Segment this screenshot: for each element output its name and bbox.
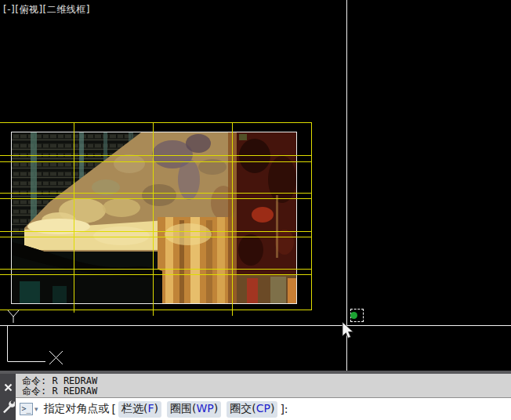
- command-input-row[interactable]: >_ ▾ 指定对角点或 [ 栏选(F)圈围(WP)圈交(CP) ]:: [16, 397, 511, 420]
- wrench-icon[interactable]: [1, 396, 15, 414]
- viewport-view-control[interactable]: [俯视]: [15, 4, 42, 15]
- command-line-dock: 命令: R REDRAW命令: R REDRAW >_ ▾ 指定对角点或 [ 栏…: [0, 371, 511, 420]
- crosshair-horizontal-line: [0, 325, 511, 326]
- command-history-line: 命令: R REDRAW: [22, 386, 511, 396]
- attached-raster-image[interactable]: [11, 132, 297, 304]
- options-bracket-close: ]:: [280, 403, 288, 415]
- command-option-cp[interactable]: 圈交(CP): [227, 401, 277, 418]
- crosshair-vertical-line: [346, 0, 347, 371]
- autocad-window: [-][俯视][二维线框]: [0, 0, 511, 420]
- grid-line-vertical[interactable]: [232, 122, 233, 316]
- grid-line-horizontal[interactable]: [0, 269, 311, 270]
- grid-line-horizontal[interactable]: [0, 198, 311, 199]
- prompt-box-icon: >_: [20, 403, 33, 415]
- viewport-minimize-control[interactable]: [-]: [3, 4, 15, 15]
- selection-pickbox: [350, 309, 364, 322]
- viewport-controls: [-][俯视][二维线框]: [3, 3, 90, 16]
- snap-marker-dot: [350, 312, 357, 319]
- command-history: 命令: R REDRAW命令: R REDRAW: [16, 374, 511, 397]
- grid-line-horizontal[interactable]: [0, 231, 311, 232]
- drawing-area[interactable]: [-][俯视][二维线框]: [0, 0, 511, 371]
- cursor-arrow-icon: [339, 321, 357, 343]
- command-option-f[interactable]: 栏选(F): [118, 401, 161, 418]
- command-dock-sidebar: [0, 374, 16, 420]
- command-prompt-icon[interactable]: >_ ▾: [20, 403, 38, 415]
- command-option-wp[interactable]: 圈围(WP): [167, 401, 221, 418]
- grid-line-horizontal[interactable]: [0, 274, 311, 275]
- command-prompt-text: 指定对角点或: [44, 402, 110, 416]
- chevron-down-icon: ▾: [34, 405, 38, 413]
- photo-content: [12, 132, 296, 303]
- ucs-y-label: [8, 310, 19, 323]
- grid-line-vertical[interactable]: [153, 122, 154, 316]
- ucs-x-label: [49, 351, 63, 364]
- grid-line-horizontal[interactable]: [0, 237, 311, 237]
- grid-line-horizontal[interactable]: [0, 193, 311, 194]
- options-bracket-open: [: [112, 403, 116, 415]
- grid-line-vertical[interactable]: [74, 122, 74, 313]
- grid-line-vertical[interactable]: [311, 122, 312, 310]
- grid-line-horizontal[interactable]: [0, 122, 311, 123]
- ucs-icon: [0, 306, 71, 371]
- viewport-visual-style-control[interactable]: [二维线框]: [43, 4, 90, 15]
- grid-line-horizontal[interactable]: [0, 161, 311, 162]
- close-icon[interactable]: [4, 383, 13, 392]
- grid-line-horizontal[interactable]: [0, 155, 311, 156]
- command-options: 栏选(F)圈围(WP)圈交(CP): [118, 401, 277, 418]
